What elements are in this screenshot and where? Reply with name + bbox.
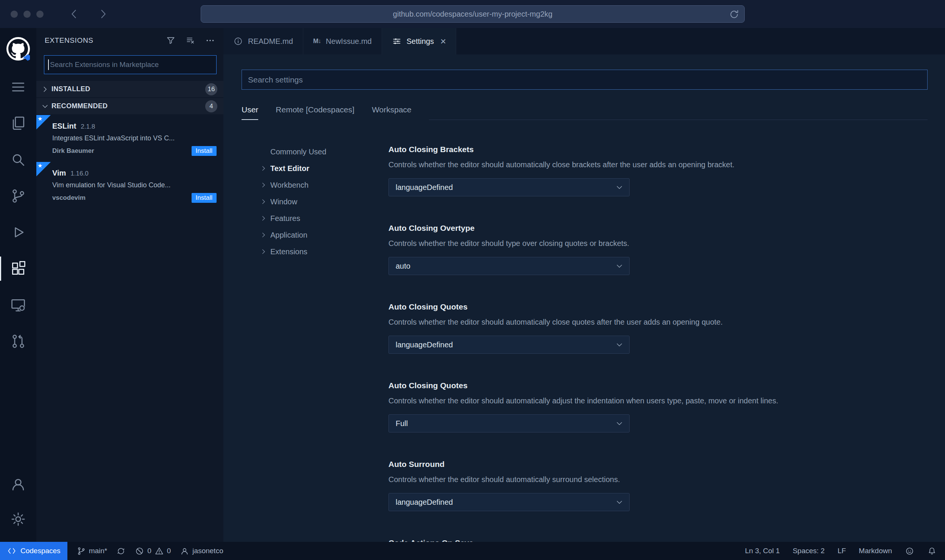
toc-item-features[interactable]: Features xyxy=(260,210,388,227)
chevron-right-icon xyxy=(260,215,267,222)
pull-requests-icon[interactable] xyxy=(0,323,36,359)
explorer-icon[interactable] xyxy=(0,105,36,142)
eol-indicator[interactable]: LF xyxy=(837,547,846,555)
remote-explorer-icon[interactable] xyxy=(0,287,36,323)
account-icon[interactable] xyxy=(0,467,36,502)
tab-label: README.md xyxy=(248,37,293,46)
address-bar[interactable]: github.com/codespaces/user-my-project-mg… xyxy=(201,5,745,23)
browser-chrome: github.com/codespaces/user-my-project-mg… xyxy=(0,0,945,28)
setting-code-actions-on-save: Code Actions On Save xyxy=(388,538,928,542)
close-icon[interactable]: × xyxy=(440,36,446,46)
settings-search-placeholder: Search settings xyxy=(248,75,303,84)
user-status-item[interactable]: jasonetco xyxy=(180,546,223,556)
setting-auto-surround: Auto Surround Controls whether the edito… xyxy=(388,459,928,511)
window-zoom-button[interactable] xyxy=(36,11,44,18)
toc-item-commonly-used[interactable]: Commonly Used xyxy=(260,143,388,160)
setting-description: Controls whether the editor should type … xyxy=(388,238,928,249)
setting-dropdown[interactable]: auto xyxy=(388,257,630,275)
run-debug-icon[interactable] xyxy=(0,214,36,250)
notifications-bell-icon[interactable] xyxy=(927,546,937,556)
toc-item-workbench[interactable]: Workbench xyxy=(260,177,388,193)
git-branch-icon xyxy=(76,546,86,556)
setting-dropdown[interactable]: Full xyxy=(388,414,630,432)
chevron-down-icon xyxy=(41,102,49,110)
address-bar-url: github.com/codespaces/user-my-project-mg… xyxy=(393,10,552,19)
tab-readme[interactable]: README.md xyxy=(223,28,303,54)
install-button[interactable]: Install xyxy=(192,146,217,156)
editor-area: README.md M↓ NewIssue.md Settings × Sear… xyxy=(223,28,945,542)
source-control-icon[interactable] xyxy=(0,178,36,214)
scope-tab-remote[interactable]: Remote [Codespaces] xyxy=(276,105,354,120)
tune-icon xyxy=(392,36,402,46)
chevron-down-icon xyxy=(615,183,624,192)
search-icon[interactable] xyxy=(0,142,36,178)
tab-newissue[interactable]: M↓ NewIssue.md xyxy=(303,28,382,54)
tab-label: Settings xyxy=(407,37,434,46)
setting-description: Controls whether the editor should autom… xyxy=(388,395,928,406)
extensions-sidebar: EXTENSIONS Search Extensions in Marketpl… xyxy=(36,28,223,542)
settings-toc: Commonly Used Text Editor Workbench Wind… xyxy=(242,135,388,542)
scope-tab-workspace[interactable]: Workspace xyxy=(372,105,412,120)
chevron-down-icon xyxy=(615,419,624,428)
github-codespaces-logo[interactable] xyxy=(6,37,30,61)
sync-status-item[interactable] xyxy=(116,546,126,556)
scope-tab-user[interactable]: User xyxy=(242,105,258,120)
browser-back-button[interactable] xyxy=(68,8,81,20)
extensions-icon[interactable] xyxy=(0,250,36,287)
setting-auto-closing-quotes: Auto Closing Quotes Controls whether the… xyxy=(388,302,928,354)
status-bar: Codespaces main* 0 0 jasonetco Ln 3, Col… xyxy=(0,542,945,560)
indentation-indicator[interactable]: Spaces: 2 xyxy=(793,547,825,555)
problems-status-item[interactable]: 0 0 xyxy=(135,546,171,556)
setting-dropdown[interactable]: languageDefined xyxy=(388,178,630,196)
settings-editor: Search settings User Remote [Codespaces]… xyxy=(223,54,945,542)
chevron-down-icon xyxy=(615,340,624,349)
setting-title: Auto Surround xyxy=(388,459,928,470)
setting-description: Controls whether the editor should autom… xyxy=(388,474,928,485)
toc-item-extensions[interactable]: Extensions xyxy=(260,243,388,260)
setting-auto-closing-brackets: Auto Closing Brackets Controls whether t… xyxy=(388,144,928,196)
line-col-indicator[interactable]: Ln 3, Col 1 xyxy=(745,547,780,555)
person-icon xyxy=(180,546,189,556)
setting-title: Code Actions On Save xyxy=(388,538,928,542)
setting-dropdown[interactable]: languageDefined xyxy=(388,336,630,354)
refresh-icon[interactable] xyxy=(728,9,740,20)
branch-status-item[interactable]: main* xyxy=(76,546,108,556)
filter-icon[interactable] xyxy=(166,36,176,45)
toc-item-window[interactable]: Window xyxy=(260,193,388,210)
tab-settings[interactable]: Settings × xyxy=(382,28,456,54)
feedback-icon[interactable] xyxy=(905,546,914,556)
window-minimize-button[interactable] xyxy=(23,11,31,18)
toc-item-application[interactable]: Application xyxy=(260,227,388,243)
settings-scope-tabs: User Remote [Codespaces] Workspace xyxy=(242,100,928,120)
section-recommended[interactable]: RECOMMENDED 4 xyxy=(36,98,223,114)
codespaces-status-button[interactable]: Codespaces xyxy=(0,542,67,560)
settings-list: Auto Closing Brackets Controls whether t… xyxy=(388,135,928,542)
extension-item-eslint[interactable]: ★ ESLint 2.1.8 Integrates ESLint JavaScr… xyxy=(36,115,223,162)
window-close-button[interactable] xyxy=(11,11,18,18)
extensions-search-input[interactable]: Search Extensions in Marketplace xyxy=(44,55,217,74)
section-installed[interactable]: INSTALLED 16 xyxy=(36,81,223,97)
clear-extensions-search-icon[interactable] xyxy=(186,36,195,45)
installed-count-badge: 16 xyxy=(205,83,217,95)
errors-count: 0 xyxy=(147,547,151,555)
browser-forward-button[interactable] xyxy=(97,8,109,20)
menu-icon[interactable] xyxy=(0,69,36,105)
extension-item-vim[interactable]: ★ Vim 1.16.0 Vim emulation for Visual St… xyxy=(36,162,223,209)
text-cursor xyxy=(48,59,49,70)
settings-gear-icon[interactable] xyxy=(0,502,36,537)
setting-dropdown[interactable]: languageDefined xyxy=(388,493,630,511)
extension-publisher: vscodevim xyxy=(52,194,192,202)
chevron-down-icon xyxy=(615,498,624,507)
language-mode-indicator[interactable]: Markdown xyxy=(859,547,892,555)
warnings-icon xyxy=(154,546,164,556)
toc-item-text-editor[interactable]: Text Editor xyxy=(260,160,388,177)
markdown-icon: M↓ xyxy=(313,37,321,45)
activity-bar xyxy=(0,28,36,542)
setting-auto-closing-overtype: Auto Closing Overtype Controls whether t… xyxy=(388,223,928,275)
install-button[interactable]: Install xyxy=(192,193,217,203)
settings-search-input[interactable]: Search settings xyxy=(242,70,928,90)
errors-icon xyxy=(135,546,144,556)
setting-title: Auto Closing Overtype xyxy=(388,223,928,233)
more-actions-icon[interactable] xyxy=(205,36,215,45)
chevron-right-icon xyxy=(260,181,267,189)
